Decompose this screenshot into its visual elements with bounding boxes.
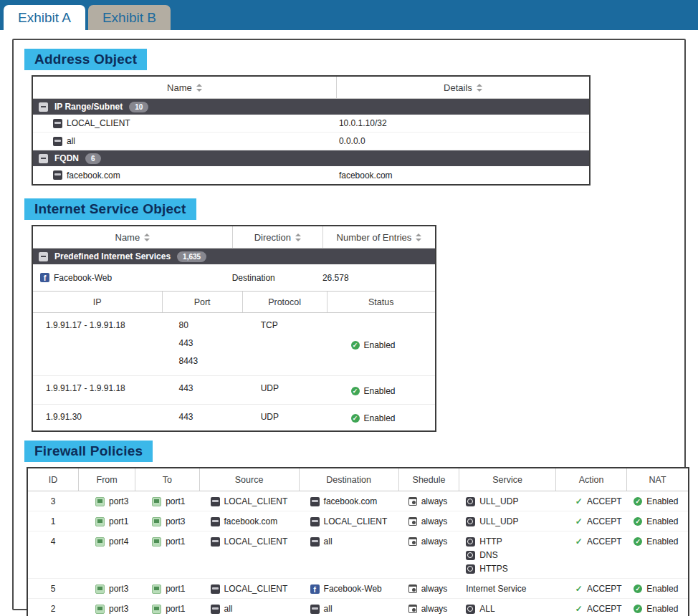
policy-nat: Enabled	[646, 536, 678, 547]
sort-icon[interactable]	[144, 234, 150, 241]
fp-col-service[interactable]: Service	[459, 468, 555, 491]
iso-col-name[interactable]: Name	[33, 226, 232, 248]
table-row[interactable]: all 0.0.0.0	[33, 133, 589, 150]
interface-icon	[152, 584, 161, 594]
policy-row[interactable]: 2 port3 port1 all all always ALL ACCEPT …	[28, 599, 688, 616]
policy-to: port3	[166, 516, 185, 526]
interface-icon	[152, 537, 161, 547]
iso-col-direction-label: Direction	[254, 232, 291, 243]
fp-col-nat[interactable]: NAT	[626, 468, 688, 491]
policy-schedule: always	[421, 536, 448, 547]
table-row[interactable]: facebook.com facebook.com	[33, 166, 589, 184]
address-table-header: Name Details	[33, 77, 589, 99]
address-col-name[interactable]: Name	[33, 77, 336, 98]
sort-icon[interactable]	[477, 84, 482, 92]
iso-detail-protocol: UDP	[242, 412, 327, 425]
group-ip-range-label: IP Range/Subnet	[54, 102, 123, 112]
service-icon	[466, 564, 475, 574]
sort-icon[interactable]	[416, 234, 421, 241]
iso-detail-ip: 1.9.91.30	[33, 412, 162, 425]
enabled-icon	[634, 537, 642, 546]
address-name: LOCAL_CLIENT	[67, 118, 130, 128]
iso-col-entries[interactable]: Number of Entries	[322, 226, 435, 248]
iso-detail-header: IP Port Protocol Status	[33, 291, 435, 313]
fp-col-to[interactable]: To	[135, 468, 199, 491]
address-details: 10.0.1.10/32	[336, 118, 589, 128]
policy-to: port1	[166, 536, 185, 547]
fp-col-source[interactable]: Source	[199, 468, 299, 491]
enabled-icon	[634, 605, 642, 613]
fp-col-destination[interactable]: Destination	[299, 468, 398, 491]
group-predefined-internet-services[interactable]: Predefined Internet Services 1,635	[33, 249, 435, 264]
firewall-policies-table: ID From To Source Destination Shedule Se…	[27, 467, 689, 616]
policy-nat: Enabled	[646, 516, 678, 526]
policy-to: port1	[166, 584, 185, 594]
collapse-icon[interactable]	[39, 102, 48, 112]
group-fqdn[interactable]: FQDN 6	[33, 150, 589, 166]
table-row[interactable]: 1.9.91.17 - 1.9.91.18 80 443 8443 TCP En…	[33, 313, 435, 376]
address-icon	[53, 119, 62, 128]
schedule-icon	[408, 497, 417, 506]
iso-detail-ports: 80 443 8443	[162, 320, 242, 370]
interface-icon	[152, 605, 161, 614]
fp-col-action[interactable]: Action	[555, 468, 626, 491]
address-object-table: Name Details IP Range/Subnet 10 LOCAL_CL…	[32, 75, 591, 186]
policy-destination: all	[324, 536, 333, 547]
iso-col-entries-label: Number of Entries	[337, 232, 412, 243]
internet-service-object-table: Name Direction Number of Entries Predefi…	[32, 225, 436, 432]
sort-icon[interactable]	[295, 234, 301, 241]
policy-source: all	[224, 604, 233, 614]
table-row[interactable]: 1.9.91.30 443 UDP Enabled	[33, 405, 435, 430]
table-row[interactable]: 1.9.91.17 - 1.9.91.18 443 UDP Enabled	[33, 376, 435, 405]
policy-from: port3	[109, 584, 128, 594]
table-row[interactable]: LOCAL_CLIENT 10.0.1.10/32	[33, 115, 589, 133]
iso-detail-ports: 443	[162, 412, 242, 425]
fp-col-schedule[interactable]: Shedule	[398, 468, 459, 491]
accept-check-icon	[575, 584, 583, 594]
collapse-icon[interactable]	[39, 252, 48, 261]
group-ip-range-subnet[interactable]: IP Range/Subnet 10	[33, 99, 589, 115]
service-icon	[466, 605, 475, 614]
policy-row[interactable]: 5 port3 port1 LOCAL_CLIENT Facebook-Web …	[28, 579, 688, 599]
service-icon	[466, 551, 475, 560]
port-value: 80	[179, 320, 242, 330]
address-col-name-label: Name	[167, 82, 192, 93]
address-icon	[53, 170, 62, 180]
fp-col-from[interactable]: From	[78, 468, 135, 491]
policy-row[interactable]: 4 port4 port1 LOCAL_CLIENT all always HT…	[28, 531, 688, 579]
exhibit-panel: Address Object Name Details IP Range/Sub…	[12, 39, 686, 610]
policy-destination: LOCAL_CLIENT	[324, 516, 388, 526]
schedule-icon	[408, 584, 417, 593]
collapse-icon[interactable]	[39, 154, 48, 163]
section-title-internet-service-object: Internet Service Object	[24, 198, 196, 220]
group-fqdn-label: FQDN	[54, 153, 79, 163]
tab-exhibit-a[interactable]: Exhibit A	[4, 5, 85, 30]
policy-schedule: always	[421, 604, 448, 614]
policy-row[interactable]: 1 port1 port3 facebook.com LOCAL_CLIENT …	[28, 511, 688, 531]
iso-detail-protocol: TCP	[242, 320, 327, 370]
policy-schedule: always	[421, 496, 448, 506]
policy-source: LOCAL_CLIENT	[224, 584, 288, 594]
policy-action: ACCEPT	[587, 516, 622, 526]
sort-icon[interactable]	[196, 84, 202, 92]
policy-action: ACCEPT	[587, 604, 622, 614]
accept-check-icon	[575, 496, 583, 506]
policy-to: port1	[166, 496, 185, 506]
iso-col-name-label: Name	[115, 232, 140, 243]
policy-row[interactable]: 3 port3 port1 LOCAL_CLIENT facebook.com …	[28, 491, 688, 511]
policy-service: Internet Service	[466, 584, 526, 594]
table-row[interactable]: Facebook-Web Destination 26.578	[33, 264, 435, 291]
tab-exhibit-b[interactable]: Exhibit B	[88, 5, 171, 30]
tab-bar: Exhibit A Exhibit B	[0, 0, 698, 30]
policy-nat: Enabled	[646, 496, 678, 506]
policy-service: ULL_UDP	[479, 496, 518, 506]
iso-col-direction[interactable]: Direction	[232, 226, 322, 248]
address-col-details[interactable]: Details	[336, 77, 589, 98]
address-col-details-label: Details	[444, 82, 472, 93]
interface-icon	[95, 517, 105, 526]
policy-id: 1	[28, 516, 78, 526]
address-icon	[211, 517, 220, 526]
address-icon	[211, 584, 220, 594]
section-title-address-object: Address Object	[24, 49, 147, 70]
fp-col-id[interactable]: ID	[28, 468, 78, 491]
